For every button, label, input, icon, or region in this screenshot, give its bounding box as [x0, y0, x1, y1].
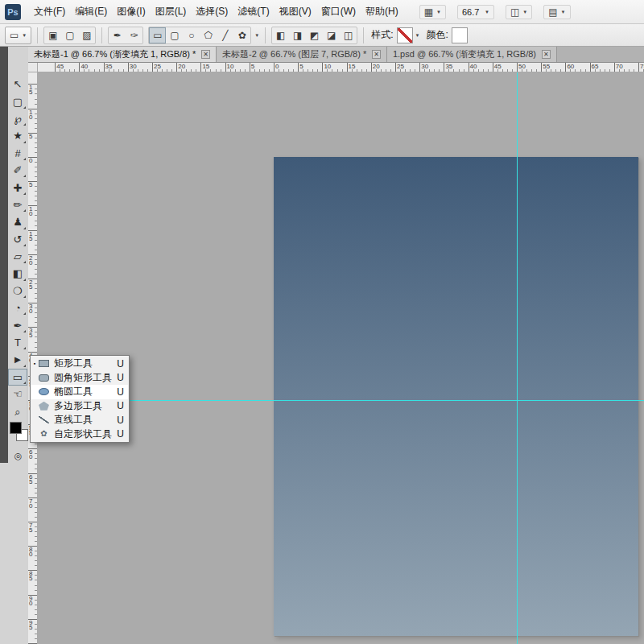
custom-shape-tool[interactable]: ✿自定形状工具U: [31, 427, 128, 442]
gradient-tool[interactable]: ◧: [8, 265, 27, 282]
style-swatch[interactable]: [397, 27, 413, 43]
close-icon[interactable]: ✕: [201, 50, 210, 59]
flyout-indicator-icon: [23, 261, 26, 263]
menu-view[interactable]: 视图(V): [275, 1, 316, 23]
vertical-guide[interactable]: [517, 72, 518, 644]
intersect-shape-button[interactable]: ◪: [323, 27, 340, 43]
create-new-shape-button[interactable]: ◧: [272, 27, 289, 43]
blur-tool-icon: ❍: [13, 286, 23, 296]
shortcut-label: U: [117, 386, 124, 398]
style-label: 样式:: [371, 28, 393, 42]
zoom-tool[interactable]: ⌕: [8, 402, 27, 419]
healing-brush-tool[interactable]: ✚: [8, 179, 27, 196]
horizontal-ruler[interactable]: 4540353025201510505101520253035404550556…: [38, 63, 644, 72]
foreground-color-swatch[interactable]: [10, 422, 22, 434]
menu-layer[interactable]: 图层(L): [151, 1, 192, 23]
screen-mode-button[interactable]: ▤▼: [543, 5, 570, 19]
eraser-tool[interactable]: ▱: [8, 248, 27, 265]
dock-edge-strip: [0, 47, 8, 463]
arrange-documents-button[interactable]: ◫▼: [506, 5, 532, 19]
flyout-item-label: 椭圆工具: [54, 385, 114, 398]
document-tab-1[interactable]: 未标题-1 @ 66.7% (渐变填充 1, RGB/8) *✕: [28, 47, 217, 62]
magic-wand-tool[interactable]: ★: [8, 127, 27, 144]
eyedropper-tool[interactable]: ✐: [8, 162, 27, 179]
menu-help[interactable]: 帮助(H): [361, 1, 403, 23]
fill-pixels-button[interactable]: ▨: [78, 27, 95, 43]
menubar-controls: ▦▼66.7▼◫▼▤▼: [419, 5, 571, 19]
flyout-indicator-icon: [23, 123, 26, 126]
line-icon: [39, 416, 49, 423]
lasso-tool-icon: ℘: [14, 114, 21, 124]
menu-edit[interactable]: 编辑(E): [70, 1, 112, 23]
brush-tool[interactable]: ✏: [8, 196, 27, 213]
quick-mask-button[interactable]: ◎: [8, 449, 28, 462]
line-button[interactable]: ╱: [217, 27, 233, 43]
ellipse-button[interactable]: ○: [183, 27, 200, 43]
shortcut-label: U: [117, 400, 124, 411]
chevron-down-icon: ▼: [561, 10, 566, 14]
subtract-from-shape-button[interactable]: ◩: [306, 27, 323, 43]
shape-tool[interactable]: ▭: [8, 369, 27, 386]
pen-tool[interactable]: ✒: [8, 316, 27, 333]
color-swatch[interactable]: [452, 27, 468, 43]
lasso-tool[interactable]: ℘: [8, 110, 27, 127]
separator: [265, 27, 266, 43]
custom-shape-button[interactable]: ✿: [233, 27, 250, 43]
rounded-rectangle-tool[interactable]: 圆角矩形工具U: [31, 371, 128, 386]
tool-preset-picker[interactable]: ▭ ▼: [5, 27, 31, 44]
path-selection-tool[interactable]: ►: [8, 351, 27, 368]
freeform-pen-button[interactable]: ✑: [126, 27, 142, 43]
zoom-level-value: 66.7: [462, 7, 481, 17]
paths-button[interactable]: ▢: [61, 27, 78, 43]
dodge-tool[interactable]: ◔: [8, 299, 27, 316]
close-icon[interactable]: ✕: [372, 50, 381, 59]
add-to-shape-icon: ◨: [293, 31, 302, 40]
pen-button[interactable]: ✒: [109, 27, 126, 43]
menu-select[interactable]: 选择(S): [191, 1, 233, 23]
style-chevron-icon[interactable]: ▼: [415, 33, 420, 38]
blur-tool[interactable]: ❍: [8, 283, 27, 299]
clone-stamp-tool[interactable]: ♟: [8, 213, 27, 230]
exclude-shape-button[interactable]: ◫: [340, 27, 357, 43]
polygon-button[interactable]: ⬠: [200, 27, 217, 43]
gradient-tool-icon: ◧: [13, 268, 23, 279]
view-extras-button[interactable]: ▦▼: [419, 5, 446, 19]
shortcut-label: U: [117, 428, 124, 440]
history-brush-tool[interactable]: ↺: [8, 231, 27, 248]
line-tool[interactable]: 直线工具U: [31, 413, 128, 427]
create-new-shape-icon: ◧: [276, 31, 285, 40]
hand-tool[interactable]: ☜: [8, 386, 27, 402]
ruler-number: 1 0: [29, 207, 32, 217]
document-canvas[interactable]: [274, 157, 638, 636]
ruler-origin-corner[interactable]: [28, 63, 38, 72]
shortcut-label: U: [117, 358, 124, 369]
close-icon[interactable]: ✕: [542, 50, 551, 59]
menu-image[interactable]: 图像(I): [112, 1, 150, 23]
crop-tool[interactable]: #: [8, 145, 27, 162]
rounded-rectangle-button[interactable]: ▢: [166, 27, 183, 43]
polygon-tool[interactable]: 多边形工具U: [31, 399, 128, 414]
zoom-level-dropdown[interactable]: 66.7▼: [457, 5, 494, 19]
rounded-rectangle-icon: ▢: [170, 31, 179, 40]
type-tool[interactable]: T: [8, 334, 27, 351]
freeform-pen-icon: ✑: [130, 31, 138, 40]
subtract-from-shape-icon: ◩: [310, 31, 319, 40]
rectangle-button[interactable]: ▭: [149, 27, 166, 43]
custom-shape-icon: ✿: [39, 431, 49, 438]
tab-title: 1.psd @ 66.7% (渐变填充 1, RGB/8): [393, 48, 536, 60]
document-tab-3[interactable]: 1.psd @ 66.7% (渐变填充 1, RGB/8)✕: [387, 47, 557, 62]
move-tool[interactable]: ↖: [8, 76, 27, 93]
menu-window[interactable]: 窗口(W): [316, 1, 361, 23]
shape-list-chevron-icon[interactable]: ▼: [254, 33, 259, 38]
add-to-shape-button[interactable]: ◨: [289, 27, 306, 43]
rectangle-tool[interactable]: ▪矩形工具U: [31, 357, 128, 371]
menu-file[interactable]: 文件(F): [29, 1, 70, 23]
combine-button-group: ◧◨◩◪◫: [271, 27, 357, 44]
polygon-icon: [39, 402, 49, 411]
document-tab-2[interactable]: 未标题-2 @ 66.7% (图层 7, RGB/8) *✕: [217, 47, 387, 62]
menu-filter[interactable]: 滤镜(T): [233, 1, 274, 23]
ellipse-tool[interactable]: 椭圆工具U: [31, 385, 128, 399]
shape-layers-button[interactable]: ▣: [44, 27, 61, 43]
flyout-item-label: 直线工具: [54, 413, 114, 427]
rectangular-marquee-tool[interactable]: ▢: [8, 93, 27, 109]
